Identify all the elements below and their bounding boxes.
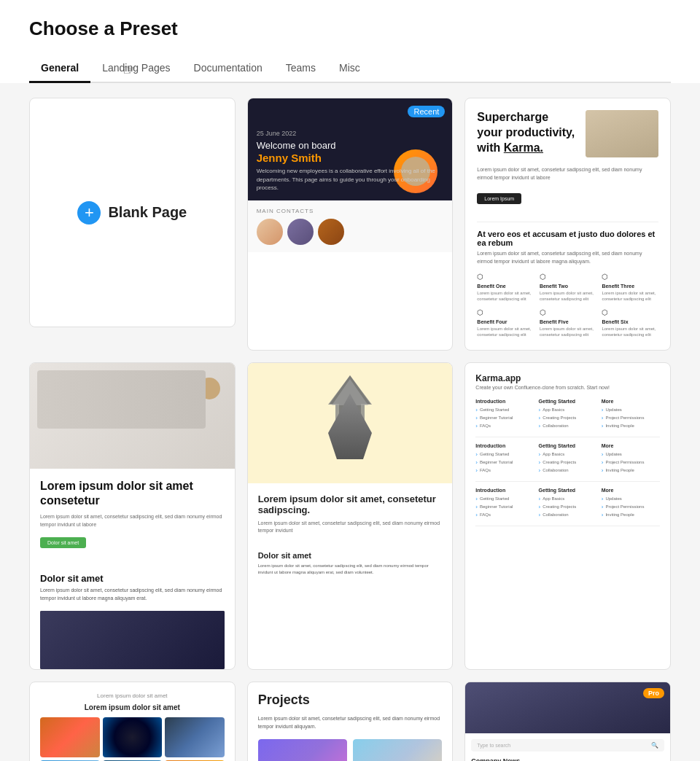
benefit-3: ⬡ Benefit Three Lorem ipsum dolor sit am… — [602, 273, 658, 303]
docs-item: Project Permissions — [602, 459, 660, 466]
gallery-card[interactable]: Lorem ipsum dolor sit amet Lorem ipsum d… — [29, 682, 236, 761]
arch-dolor-text: Lorem ipsum dolor sit amet, consetetur s… — [258, 563, 443, 576]
docs-item: Beginner Tutorial — [475, 415, 534, 421]
arch-body-text: Lorem ipsum dolor sit amet, consetetur s… — [258, 520, 443, 535]
onboarding-welcome: Welcome on board — [257, 140, 444, 152]
arch-bottom: Dolor sit amet Lorem ipsum dolor sit ame… — [248, 551, 453, 586]
benefit-5-icon: ⬡ — [540, 308, 596, 316]
benefit-6: ⬡ Benefit Six Lorem ipsum dolor sit amet… — [602, 308, 658, 338]
news-search-bar[interactable]: Type to search 🔍 — [471, 739, 664, 752]
docs-item: Inviting People — [602, 467, 660, 474]
docs-item: Collaboration — [539, 512, 597, 518]
gallery-item-3 — [165, 717, 225, 757]
projects-card[interactable]: Projects Lorem ipsum dolor sit amet, con… — [247, 682, 454, 761]
arch-building-image — [321, 386, 379, 459]
docs-item: Beginner Tutorial — [475, 504, 534, 510]
arch-body-title: Lorem ipsum dolor sit amet, consetetur s… — [258, 493, 443, 515]
benefit-5-title: Benefit Five — [540, 319, 596, 324]
tab-bar: General Landing Pages Documentation Team… — [29, 55, 671, 83]
article-btn: Dolor sit amet — [40, 537, 86, 548]
docs-col-3-2-title: Getting Started — [539, 488, 597, 493]
blank-page-card[interactable]: + Blank Page — [29, 98, 236, 327]
projects-desc: Lorem ipsum dolor sit amet, consetetur s… — [258, 715, 443, 730]
projects-grid: Lorem ipsum Nubula · Branding Lorem ipsu… — [258, 739, 443, 761]
news-section-title: Company News — [471, 757, 664, 761]
contact-avatar-2 — [287, 219, 314, 245]
docs-col-1-3-title: More — [602, 399, 660, 404]
docs-col-1-2-title: Getting Started — [539, 399, 597, 404]
onboarding-card[interactable]: Recent 25 June 2022 Welcome on board Jen… — [247, 98, 454, 351]
docs-item: Creating Projects — [539, 415, 597, 421]
docs-item: App Basics — [539, 407, 597, 413]
docs-col-3-1-title: Introduction — [475, 488, 534, 493]
contact-avatars-list — [257, 219, 444, 245]
docs-col-2-1-title: Introduction — [475, 443, 534, 448]
contacts-label: MAIN CONTACTS — [257, 208, 444, 214]
gallery-title: Lorem ipsum dolor sit amet — [40, 703, 225, 711]
docs-col-3-3: More Updates Project Permissions Invitin… — [602, 488, 660, 520]
karma-card[interactable]: Supercharge your productivity, with Karm… — [464, 98, 671, 351]
tab-documentation[interactable]: Documentation — [182, 55, 274, 83]
karma-docs-title: Karma.app — [475, 373, 660, 383]
keyboard-image — [30, 363, 235, 469]
benefit-1: ⬡ Benefit One Lorem ipsum dolor sit amet… — [477, 273, 534, 303]
page-title: Choose a Preset — [29, 17, 671, 40]
tab-general[interactable]: General — [29, 55, 90, 83]
docs-section-3: Introduction Getting Started Beginner Tu… — [475, 488, 660, 526]
docs-item: Getting Started — [475, 496, 534, 502]
benefit-1-text: Lorem ipsum dolor sit amet, consetetur s… — [477, 290, 534, 303]
docs-item: Updates — [602, 496, 660, 502]
docs-col-1-1-title: Introduction — [475, 399, 534, 404]
article-hero — [30, 363, 235, 469]
news-card[interactable]: Pro Type to search 🔍 Company News April … — [464, 682, 671, 761]
arch-card[interactable]: Lorem ipsum dolor sit amet, consetetur s… — [247, 362, 454, 671]
contact-avatar-3 — [318, 219, 344, 245]
pro-badge: Pro — [643, 688, 664, 698]
article-section-body: Lorem ipsum dolor sit amet, consetetur s… — [40, 587, 225, 602]
tab-misc[interactable]: Misc — [327, 55, 372, 83]
karma-btn: Lorem Ipsum — [477, 193, 521, 204]
docs-col-1-2: Getting Started App Basics Creating Proj… — [539, 399, 597, 431]
benefit-1-icon: ⬡ — [477, 273, 534, 281]
article-title: Lorem ipsum dolor sit amet consetetur — [40, 479, 225, 510]
arch-hero — [248, 363, 453, 483]
docs-col-2-2-title: Getting Started — [539, 443, 597, 448]
karma-header: Supercharge your productivity, with Karm… — [477, 110, 658, 157]
docs-section-2: Introduction Getting Started Beginner Tu… — [475, 443, 660, 482]
article-section-title: Dolor sit amet — [40, 573, 225, 584]
onboarding-contacts: MAIN CONTACTS — [248, 200, 453, 252]
plus-icon: + — [77, 201, 101, 225]
tab-landing-pages[interactable]: Landing Pages — [90, 55, 182, 83]
benefits-grid: ⬡ Benefit One Lorem ipsum dolor sit amet… — [477, 273, 658, 338]
docs-item: Updates — [602, 451, 660, 458]
karma-docs-card[interactable]: Karma.app Create your own Confluence-clo… — [464, 362, 671, 671]
tab-teams[interactable]: Teams — [274, 55, 327, 83]
docs-item: App Basics — [539, 496, 597, 502]
project-item-1: Lorem ipsum Nubula · Branding — [258, 739, 347, 761]
onboarding-sub: Welcoming new employees is a collaborati… — [257, 167, 444, 192]
benefit-4-text: Lorem ipsum dolor sit amet, consetetur s… — [477, 326, 534, 338]
docs-col-3-3-title: More — [602, 488, 660, 493]
benefit-3-title: Benefit Three — [602, 284, 658, 289]
gallery-subtitle: Lorem ipsum dolor sit amet — [40, 692, 225, 699]
article-content: Lorem ipsum dolor sit amet consetetur Lo… — [30, 469, 235, 568]
article-card[interactable]: Lorem ipsum dolor sit amet consetetur Lo… — [29, 362, 236, 671]
karma-section-title: At vero eos et accusam et justo duo dolo… — [477, 230, 658, 247]
karma-docs-subtitle: Create your own Confluence-clone from sc… — [475, 385, 660, 390]
onboarding-name: Jenny Smith — [257, 152, 444, 164]
docs-item: FAQs — [475, 512, 534, 518]
docs-item: Project Permissions — [602, 415, 660, 421]
onboarding-text: 25 June 2022 Welcome on board Jenny Smit… — [257, 130, 444, 192]
karma-image — [586, 110, 658, 157]
docs-col-3-1: Introduction Getting Started Beginner Tu… — [475, 488, 534, 520]
page-header: Choose a Preset General Landing Pages Do… — [0, 0, 700, 83]
svg-marker-2 — [332, 379, 368, 405]
docs-section-1: Introduction Getting Started Beginner Tu… — [475, 399, 660, 437]
karma-title: Supercharge your productivity, with Karm… — [477, 110, 577, 155]
benefit-3-text: Lorem ipsum dolor sit amet, consetetur s… — [602, 290, 658, 303]
benefit-6-text: Lorem ipsum dolor sit amet, consetetur s… — [602, 326, 658, 338]
search-icon: 🔍 — [651, 742, 658, 749]
project-image-1 — [258, 739, 347, 761]
docs-item: Inviting People — [602, 512, 660, 518]
article-section: Dolor sit amet Lorem ipsum dolor sit ame… — [30, 573, 235, 669]
